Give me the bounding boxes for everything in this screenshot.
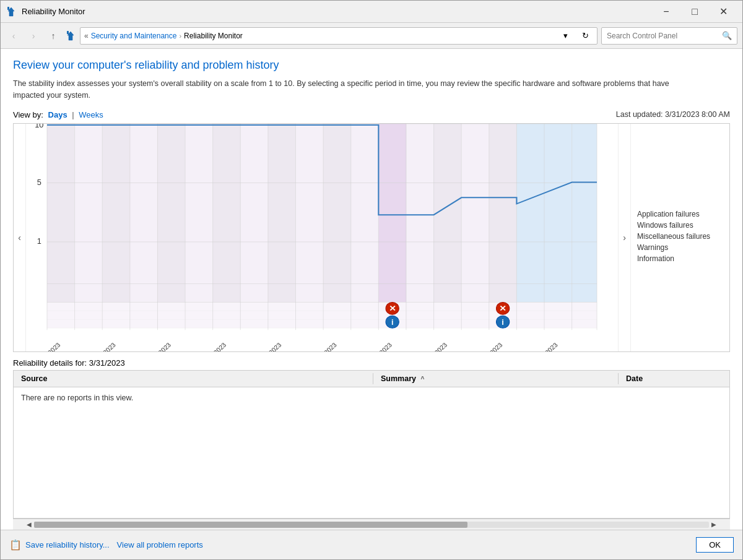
svg-rect-8 bbox=[157, 124, 185, 302]
maximize-button[interactable]: □ bbox=[680, 2, 709, 21]
svg-rect-20 bbox=[489, 124, 517, 302]
legend-information: Information bbox=[637, 254, 723, 263]
scrollbar-track[interactable] bbox=[34, 522, 709, 528]
svg-text:3/18/2023: 3/18/2023 bbox=[202, 341, 228, 351]
search-input[interactable] bbox=[607, 32, 719, 40]
no-reports-message: There are no reports in this view. bbox=[14, 387, 729, 408]
svg-rect-7 bbox=[130, 124, 158, 302]
col-header-summary: Summary ^ bbox=[373, 373, 618, 384]
reliability-details: Reliability details for: 3/31/2023 Sourc… bbox=[13, 358, 730, 519]
svg-text:3/14/2023: 3/14/2023 bbox=[92, 341, 118, 351]
back-button[interactable]: ‹ bbox=[6, 28, 22, 44]
window-controls: − □ ✕ bbox=[652, 2, 737, 21]
legend-app-failures: Application failures bbox=[637, 210, 723, 218]
last-updated: Last updated: 3/31/2023 8:00 AM bbox=[616, 110, 730, 119]
svg-rect-21 bbox=[516, 124, 544, 302]
svg-rect-12 bbox=[268, 124, 296, 302]
svg-rect-14 bbox=[323, 124, 351, 302]
view-by-control: View by: Days | Weeks bbox=[13, 110, 103, 119]
svg-rect-1 bbox=[7, 7, 9, 10]
nav-flag-icon bbox=[65, 30, 76, 41]
up-button[interactable]: ↑ bbox=[45, 28, 61, 44]
svg-text:1: 1 bbox=[37, 237, 41, 246]
svg-text:i: i bbox=[391, 318, 394, 327]
search-icon: 🔍 bbox=[722, 31, 732, 40]
scrollbar-right-button[interactable]: ▶ bbox=[709, 520, 719, 530]
svg-rect-24 bbox=[47, 302, 597, 328]
main-window: Reliability Monitor − □ ✕ ‹ › ↑ « Securi… bbox=[0, 0, 743, 560]
details-title: Reliability details for: 3/31/2023 bbox=[13, 358, 730, 368]
svg-rect-10 bbox=[213, 124, 241, 302]
svg-text:✕: ✕ bbox=[499, 304, 506, 312]
breadcrumb-current: Reliability Monitor bbox=[184, 32, 243, 40]
address-dropdown-button[interactable]: ▾ bbox=[557, 28, 573, 44]
svg-text:3/12/2023: 3/12/2023 bbox=[36, 341, 62, 351]
svg-rect-4 bbox=[47, 124, 75, 302]
app-icon bbox=[6, 6, 17, 17]
nav-bar: ‹ › ↑ « Security and Maintenance › Relia… bbox=[1, 23, 742, 49]
svg-rect-16 bbox=[378, 124, 406, 302]
sort-arrow-icon[interactable]: ^ bbox=[420, 376, 424, 382]
title-bar: Reliability Monitor − □ ✕ bbox=[1, 1, 742, 23]
chart-scroll-right[interactable]: › bbox=[618, 124, 630, 351]
ok-button[interactable]: OK bbox=[696, 537, 734, 553]
table-body: There are no reports in this view. bbox=[14, 387, 729, 519]
view-weeks-link[interactable]: Weeks bbox=[79, 110, 103, 119]
close-button[interactable]: ✕ bbox=[709, 2, 737, 21]
minimize-button[interactable]: − bbox=[652, 2, 680, 21]
chart-legend: Application failures Windows failures Mi… bbox=[630, 124, 729, 351]
svg-rect-11 bbox=[240, 124, 268, 302]
forward-button[interactable]: › bbox=[25, 28, 41, 44]
chart-main: 10 5 1 bbox=[26, 124, 618, 351]
svg-text:i: i bbox=[502, 318, 504, 327]
page-title: Review your computer's reliability and p… bbox=[13, 59, 730, 72]
svg-text:3/20/2023: 3/20/2023 bbox=[257, 341, 283, 351]
view-reports-link[interactable]: View all problem reports bbox=[117, 540, 203, 549]
svg-rect-22 bbox=[544, 124, 572, 302]
view-by-label: View by: bbox=[13, 110, 43, 119]
scrollbar-thumb[interactable] bbox=[34, 522, 467, 528]
col-header-source: Source bbox=[14, 373, 373, 384]
svg-text:3/26/2023: 3/26/2023 bbox=[423, 341, 449, 351]
svg-rect-13 bbox=[296, 124, 324, 302]
col-header-date: Date bbox=[618, 373, 729, 384]
chart-svg: 10 5 1 bbox=[26, 124, 618, 351]
view-pipe: | bbox=[72, 110, 74, 119]
scrollbar-left-button[interactable]: ◀ bbox=[24, 520, 34, 530]
svg-text:✕: ✕ bbox=[389, 304, 396, 312]
svg-rect-15 bbox=[351, 124, 379, 302]
window-title: Reliability Monitor bbox=[22, 7, 85, 16]
svg-text:5: 5 bbox=[37, 178, 41, 187]
horizontal-scrollbar: ◀ ▶ bbox=[13, 519, 730, 530]
main-content: Review your computer's reliability and p… bbox=[1, 49, 742, 530]
table-header: Source Summary ^ Date bbox=[14, 371, 729, 387]
save-icon: 📋 bbox=[9, 539, 22, 551]
legend-win-failures: Windows failures bbox=[637, 221, 723, 230]
svg-rect-6 bbox=[102, 124, 130, 302]
chart-scroll-left[interactable]: ‹ bbox=[14, 124, 26, 351]
breadcrumb: « Security and Maintenance › Reliability… bbox=[84, 32, 554, 40]
svg-rect-5 bbox=[75, 124, 103, 302]
breadcrumb-separator: › bbox=[179, 32, 181, 40]
svg-rect-19 bbox=[461, 124, 489, 302]
svg-rect-17 bbox=[406, 124, 434, 302]
address-refresh-button[interactable]: ↻ bbox=[577, 28, 593, 44]
breadcrumb-parent[interactable]: Security and Maintenance bbox=[91, 32, 177, 40]
view-days-link[interactable]: Days bbox=[48, 110, 67, 119]
svg-rect-3 bbox=[67, 31, 69, 34]
svg-rect-23 bbox=[572, 124, 597, 302]
svg-text:10: 10 bbox=[35, 124, 43, 129]
chart-area: ‹ bbox=[13, 123, 730, 352]
svg-text:3/30/2023: 3/30/2023 bbox=[533, 341, 559, 351]
footer-links: 📋 Save reliability history... View all p… bbox=[9, 539, 203, 551]
legend-warnings: Warnings bbox=[637, 243, 723, 252]
legend-misc-failures: Miscellaneous failures bbox=[637, 232, 723, 241]
description-text: The stability index assesses your system… bbox=[13, 78, 694, 101]
svg-text:3/28/2023: 3/28/2023 bbox=[478, 341, 504, 351]
svg-rect-9 bbox=[185, 124, 213, 302]
svg-text:3/16/2023: 3/16/2023 bbox=[147, 341, 173, 351]
save-history-link[interactable]: Save reliability history... bbox=[25, 540, 110, 549]
bottom-bar: 📋 Save reliability history... View all p… bbox=[1, 530, 742, 559]
address-bar: « Security and Maintenance › Reliability… bbox=[80, 27, 597, 45]
details-table: Source Summary ^ Date There are no repor… bbox=[13, 370, 730, 519]
